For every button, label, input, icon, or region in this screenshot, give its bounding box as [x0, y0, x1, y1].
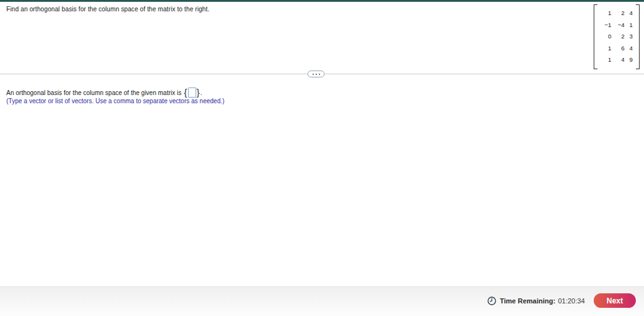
matrix-cell: 1: [599, 54, 611, 66]
matrix-cell: 2: [611, 8, 625, 20]
matrix-right-bracket: [636, 4, 640, 69]
footer-right-group: Time Remaining: 01:20:34 Next: [487, 293, 636, 308]
matrix-cell: 3: [625, 31, 633, 43]
matrix-cell: 4: [625, 8, 633, 20]
matrix-cell: 1: [625, 20, 633, 31]
matrix-cell: −4: [611, 20, 625, 31]
next-button[interactable]: Next: [594, 293, 636, 308]
matrix-cell: 2: [611, 31, 625, 43]
clock-icon: [487, 296, 496, 305]
matrix-grid: 1 2 4 −1 −4 1 0 2 3 1 6 4 1 4 9: [597, 4, 636, 69]
top-accent-bar: [0, 0, 644, 2]
splitter-dots-icon: [319, 74, 320, 75]
matrix-cell: 1: [599, 43, 611, 55]
matrix-cell: 1: [599, 8, 611, 20]
answer-statement: An orthogonal basis for the column space…: [6, 87, 202, 98]
time-remaining-label: Time Remaining:: [500, 297, 555, 305]
time-remaining-value: 01:20:34: [558, 297, 585, 305]
answer-suffix-text: .: [201, 89, 203, 96]
answer-prefix-text: An orthogonal basis for the column space…: [6, 89, 181, 96]
question-text: Find an orthogonal basis for the column …: [6, 6, 209, 13]
matrix-cell: 4: [611, 54, 625, 66]
matrix-cell: 9: [625, 54, 633, 66]
matrix-cell: 6: [611, 43, 625, 55]
answer-hint-text: (Type a vector or list of vectors. Use a…: [6, 98, 225, 104]
matrix-cell: 0: [599, 31, 611, 43]
matrix-cell: 4: [625, 43, 633, 55]
splitter-dots-icon: [316, 74, 317, 75]
matrix: 1 2 4 −1 −4 1 0 2 3 1 6 4 1 4 9: [594, 4, 640, 69]
splitter-drag-handle[interactable]: [308, 71, 325, 77]
footer-bar: Time Remaining: 01:20:34 Next: [0, 286, 644, 316]
answer-input[interactable]: [188, 87, 196, 98]
open-brace: {: [183, 87, 187, 98]
matrix-cell: −1: [599, 20, 611, 31]
splitter-dots-icon: [313, 74, 314, 75]
close-brace: }: [196, 87, 201, 98]
